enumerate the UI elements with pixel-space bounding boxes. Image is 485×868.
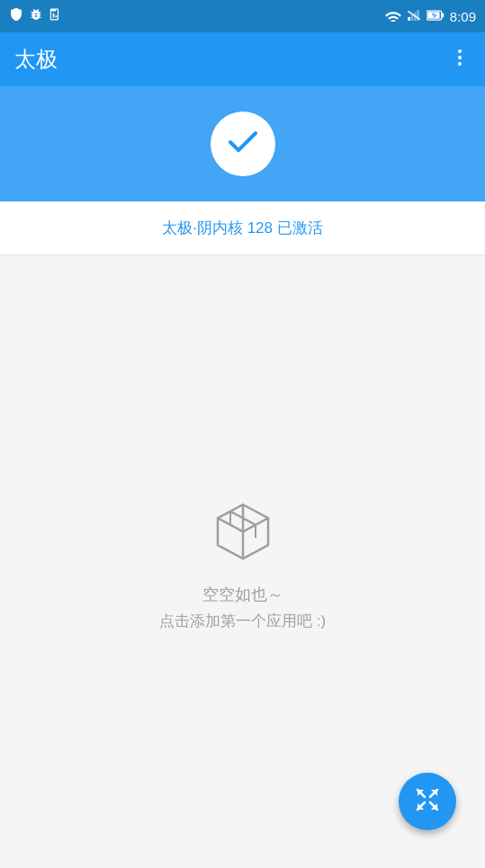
svg-rect-8 [417, 10, 419, 21]
more-vertical-icon[interactable] [449, 47, 471, 72]
wifi-icon [385, 9, 401, 24]
shield-icon [9, 7, 23, 25]
activation-bar: 太极·阴内核 128 已激活 [0, 201, 485, 255]
empty-state-subtitle: 点击添加第一个应用吧 :) [159, 611, 326, 631]
svg-point-14 [458, 62, 462, 66]
svg-rect-5 [408, 17, 410, 21]
time-display: 8:09 [450, 9, 476, 24]
check-icon [224, 123, 262, 165]
app-title: 太极 [14, 45, 58, 74]
status-bar: 8:09 [0, 0, 485, 32]
svg-point-13 [458, 56, 462, 59]
bug-icon [29, 7, 43, 25]
svg-rect-7 [414, 12, 417, 20]
signal-no-icon [407, 9, 421, 24]
activation-text: 太极·阴内核 128 已激活 [162, 219, 323, 237]
svg-point-12 [458, 49, 462, 53]
status-bar-right: 8:09 [385, 9, 476, 24]
battery-icon [427, 9, 445, 24]
svg-rect-6 [410, 14, 413, 21]
status-bar-left [9, 7, 61, 25]
fab-button[interactable] [399, 773, 456, 830]
svg-rect-3 [56, 15, 58, 17]
empty-state-title: 空空如也～ [202, 584, 283, 605]
app-bar: 太极 [0, 32, 485, 86]
expand-icon [414, 786, 441, 817]
checkmark-circle [211, 112, 275, 176]
header-section [0, 86, 485, 201]
svg-rect-10 [441, 13, 444, 17]
svg-rect-2 [53, 13, 55, 18]
package-icon [207, 496, 279, 571]
sim-icon [49, 8, 61, 24]
